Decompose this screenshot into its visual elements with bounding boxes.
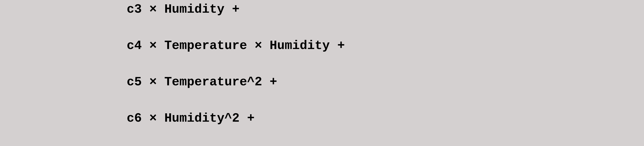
formula-line-3: c3 × Humidity + [29,2,240,16]
formula-line-6: c6 × Humidity^2 + [29,111,254,126]
heat-index-formula: Heat Index = c1 + c2 × Temperature + c3 … [0,0,374,146]
formula-line-5: c5 × Temperature^2 + [29,75,277,89]
formula-line-4: c4 × Temperature × Humidity + [29,39,345,53]
